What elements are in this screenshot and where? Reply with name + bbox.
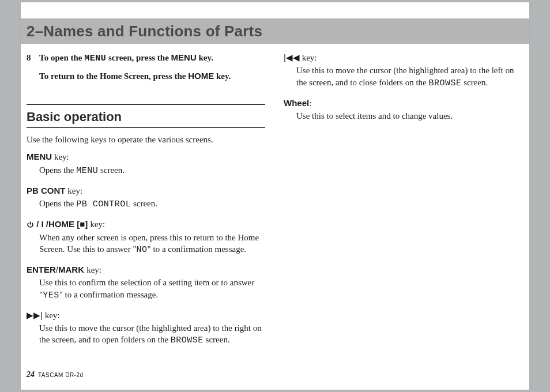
- chapter-title: 2–Names and Functions of Parts: [27, 22, 262, 40]
- right-column: |◀◀ key: Use this to move the cursor (th…: [284, 52, 522, 363]
- enter-key-desc: Use this to confirm the selection of a s…: [39, 277, 265, 301]
- skip-back-icon: |◀◀: [284, 52, 300, 62]
- chapter-title-bar: 2–Names and Functions of Parts: [21, 18, 529, 44]
- wheel-label: Wheel: [284, 98, 309, 108]
- section-rule-top: [27, 104, 265, 105]
- stop-icon: ■: [80, 219, 85, 229]
- pbcont-key-label: PB CONT: [27, 186, 66, 195]
- content-columns: 8 To open the MENU screen, press the MEN…: [27, 52, 522, 363]
- section-intro: Use the following keys to operate the va…: [27, 134, 265, 145]
- skip-forward-icon: ▶▶|: [27, 310, 43, 320]
- home-key-desc: When any other screen is open, press thi…: [39, 232, 265, 257]
- enter-key-block: ENTER/MARK key: Use this to confirm the …: [27, 264, 265, 301]
- step-8: 8 To open the MENU screen, press the MEN…: [27, 52, 265, 65]
- rew-key-block: |◀◀ key: Use this to move the cursor (th…: [284, 52, 522, 89]
- ffwd-key-desc: Use this to move the cursor (the highlig…: [39, 322, 265, 347]
- step-number: 8: [27, 52, 35, 65]
- menu-key-block: MENU key: Opens the MENU screen.: [27, 151, 265, 177]
- rew-key-desc: Use this to move the cursor (the highlig…: [296, 65, 522, 89]
- menu-key-desc: Opens the MENU screen.: [39, 164, 265, 177]
- menu-key-label: MENU: [27, 152, 52, 161]
- step-8-line-1: To open the MENU screen, press the MENU …: [39, 52, 213, 65]
- home-key-label: / I /HOME [■]: [27, 219, 90, 229]
- left-column: 8 To open the MENU screen, press the MEN…: [27, 52, 265, 363]
- section-rule-bottom: [27, 127, 265, 128]
- section-heading: Basic operation: [27, 108, 265, 126]
- step-8-line-2: To return to the Home Screen, press the …: [39, 70, 265, 82]
- product-name: TASCAM DR-2d: [38, 372, 84, 378]
- pbcont-key-desc: Opens the PB CONTROL screen.: [39, 198, 265, 210]
- page-footer: 24 TASCAM DR-2d: [27, 370, 84, 379]
- wheel-desc: Use this to select items and to change v…: [296, 110, 522, 122]
- wheel-block: Wheel: Use this to select items and to c…: [284, 97, 522, 122]
- power-icon: [27, 219, 36, 229]
- home-key-block: / I /HOME [■] key: When any other screen…: [27, 218, 265, 256]
- page-number: 24: [27, 370, 35, 379]
- enter-key-label: ENTER/MARK: [27, 265, 86, 274]
- ffwd-key-block: ▶▶| key: Use this to move the cursor (th…: [27, 310, 265, 347]
- pause-bar-icon: I: [42, 219, 44, 229]
- pbcont-key-block: PB CONT key: Opens the PB CONTROL screen…: [27, 185, 265, 211]
- manual-page: 2–Names and Functions of Parts 8 To open…: [21, 2, 529, 390]
